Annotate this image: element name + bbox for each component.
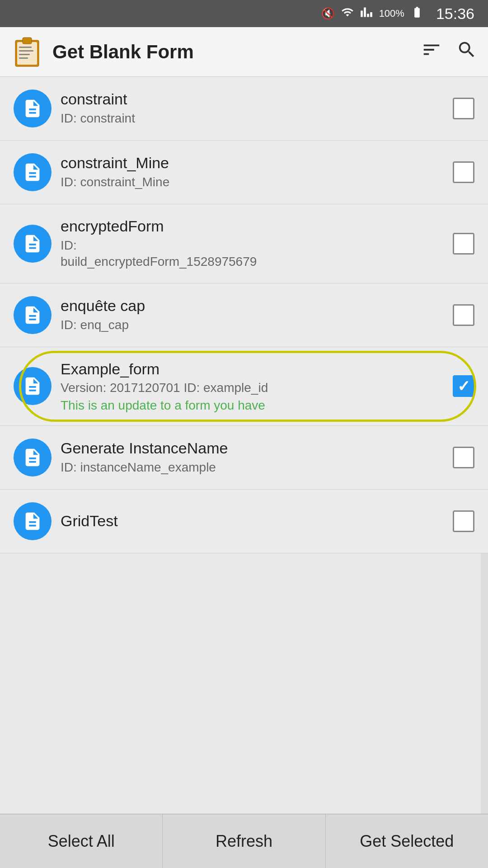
bottom-bar: Select All Refresh Get Selected [0,814,488,868]
status-time: 15:36 [436,5,474,23]
svg-rect-6 [19,57,28,59]
svg-rect-5 [19,54,30,55]
battery-icon [411,6,423,21]
form-name: constraint_Mine [61,154,444,172]
app-logo [11,36,43,68]
form-details: Generate InstanceName ID: instanceName_e… [52,439,453,476]
form-name: Generate InstanceName [61,439,444,458]
form-icon [14,367,52,405]
form-id: ID: constraint [61,110,444,127]
status-icons: 🔇 100% [321,6,423,21]
mute-icon: 🔇 [321,7,335,20]
wifi-icon [341,6,354,21]
list-item[interactable]: constraint ID: constraint [0,77,488,141]
form-checkbox[interactable] [453,233,474,255]
form-id: ID: enq_cap [61,317,444,333]
form-checkbox[interactable] [453,447,474,468]
form-icon [14,502,52,540]
list-item[interactable]: encryptedForm ID:build_encryptedForm_152… [0,204,488,283]
refresh-button[interactable]: Refresh [163,814,325,868]
page-title: Get Blank Form [52,41,412,63]
form-icon [14,296,52,334]
form-checkbox[interactable] [453,510,474,532]
list-item[interactable]: Generate InstanceName ID: instanceName_e… [0,426,488,490]
app-bar: Get Blank Form [0,27,488,77]
svg-rect-1 [17,42,37,65]
form-icon [14,439,52,476]
form-id: Version: 2017120701 ID: example_id [61,380,444,396]
battery-label: 100% [379,8,404,19]
list-item[interactable]: GridTest [0,490,488,553]
form-icon [14,153,52,191]
svg-rect-2 [23,38,32,44]
form-details: constraint_Mine ID: constraint_Mine [52,154,453,190]
form-id: ID:build_encryptedForm_1528975679 [61,237,444,270]
select-all-button[interactable]: Select All [0,814,163,868]
form-id: ID: constraint_Mine [61,174,444,190]
form-update-text: This is an update to a form you have [61,398,444,413]
filter-icon[interactable] [421,39,442,65]
form-name: GridTest [61,512,444,530]
form-name: enquête cap [61,297,444,315]
list-item[interactable]: constraint_Mine ID: constraint_Mine [0,141,488,204]
list-item[interactable]: enquête cap ID: enq_cap [0,283,488,347]
form-details: enquête cap ID: enq_cap [52,297,453,333]
form-details: Example_form Version: 2017120701 ID: exa… [52,360,453,413]
form-checkbox[interactable] [453,375,474,397]
get-selected-button[interactable]: Get Selected [326,814,488,868]
form-checkbox[interactable] [453,161,474,183]
form-checkbox[interactable] [453,98,474,119]
search-icon[interactable] [456,39,477,65]
form-list: constraint ID: constraint constraint_Min… [0,77,488,814]
form-details: encryptedForm ID:build_encryptedForm_152… [52,217,453,270]
form-icon [14,225,52,263]
form-name: encryptedForm [61,217,444,236]
app-bar-actions [421,39,477,65]
status-bar: 🔇 100% 15:36 [0,0,488,27]
form-name: constraint [61,90,444,108]
form-id: ID: instanceName_example [61,459,444,476]
form-details: GridTest [52,512,453,530]
form-details: constraint ID: constraint [52,90,453,127]
svg-rect-3 [19,47,32,48]
form-icon [14,90,52,127]
signal-icon [360,6,373,21]
svg-rect-4 [19,50,33,52]
form-checkbox[interactable] [453,304,474,326]
form-name: Example_form [61,360,444,378]
list-item[interactable]: Example_form Version: 2017120701 ID: exa… [0,347,488,426]
